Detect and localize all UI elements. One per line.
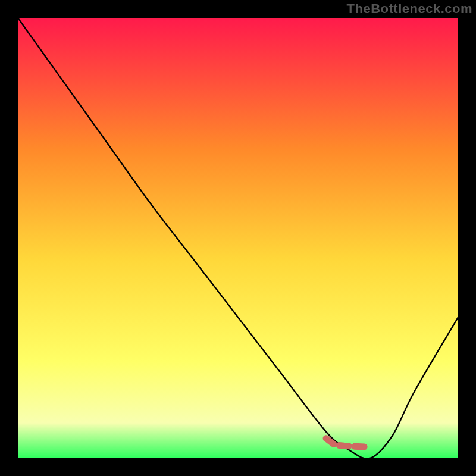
- chart-stage: TheBottleneck.com: [0, 0, 476, 476]
- background-gradient: [18, 18, 458, 458]
- svg-rect-0: [18, 18, 458, 458]
- watermark-text: TheBottleneck.com: [347, 1, 472, 17]
- plot-area: [18, 18, 458, 458]
